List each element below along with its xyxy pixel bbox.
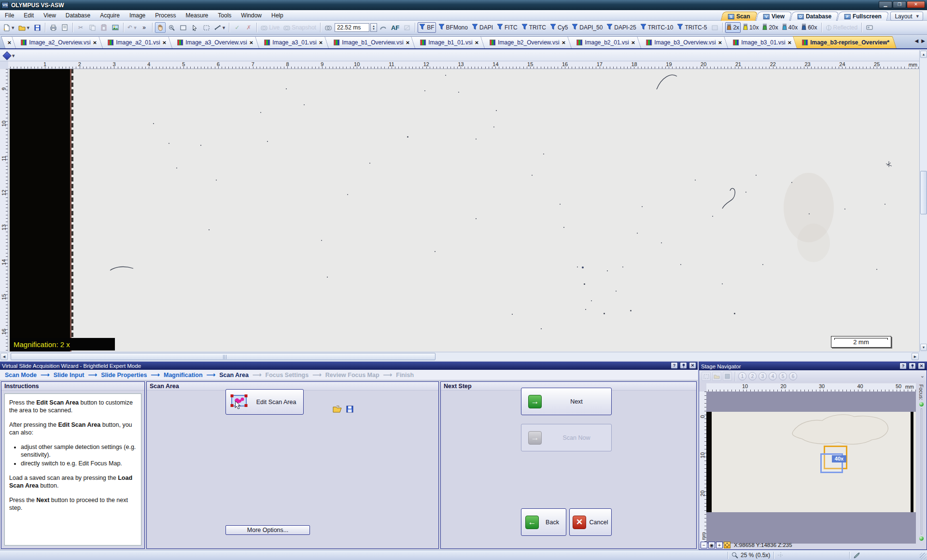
dropdown-caret-icon[interactable]: ▾	[27, 25, 30, 31]
channel-button-cy5[interactable]: Cy5	[548, 22, 569, 33]
document-tab[interactable]: Image_a3_Overview.vsi✕	[168, 36, 261, 48]
channel-button-bf[interactable]: BF	[418, 22, 435, 33]
channel-button-dapi_50[interactable]: DAPI_50	[570, 22, 604, 33]
dropdown-caret-icon[interactable]: ▾	[12, 25, 14, 31]
pin-icon[interactable]	[680, 362, 687, 369]
wizard-step-scan-mode[interactable]: Scan Mode	[5, 372, 37, 378]
document-tab[interactable]: Image_b2_Overview.vsi✕	[480, 36, 573, 48]
workspace-tab-view[interactable]: VView	[756, 12, 792, 21]
tab-scroll-right-icon[interactable]: ▶	[921, 38, 925, 43]
exposure-spinner[interactable]: ▲▼	[370, 23, 377, 32]
pipette-icon[interactable]	[853, 552, 860, 559]
save-positions-button[interactable]	[723, 372, 732, 381]
objective-button-2x[interactable]: 2x	[725, 22, 741, 33]
accept-button[interactable]: ✓	[232, 22, 242, 33]
select-region-button[interactable]	[702, 372, 711, 381]
close-icon[interactable]: ✕	[907, 1, 925, 8]
close-tab-icon[interactable]: ✕	[562, 40, 566, 45]
scan-now-button[interactable]: → Scan Now	[521, 424, 612, 451]
menu-view[interactable]: View	[39, 11, 61, 20]
insert-image-button[interactable]	[110, 22, 121, 33]
document-tab[interactable]: Image_b2_01.vsi✕	[567, 36, 643, 48]
print-button[interactable]	[48, 22, 58, 33]
stage-pan-button[interactable]	[724, 542, 730, 548]
stage-position-button-6[interactable]: 6	[789, 372, 797, 380]
print-preview-button[interactable]	[59, 22, 70, 33]
channel-button-tritc-5[interactable]: TRITC-5	[675, 22, 708, 33]
vertical-scroll-thumb[interactable]	[920, 171, 927, 214]
crosshair-icon[interactable]	[777, 552, 784, 559]
document-tab[interactable]: Image_b1_01.vsi✕	[411, 36, 486, 48]
objective-button-20x[interactable]: 20x	[761, 22, 779, 33]
rectangle-tool-button[interactable]	[178, 22, 189, 33]
focus-thumb-icon[interactable]	[919, 536, 924, 541]
close-tab-icon[interactable]: ✕	[93, 40, 97, 45]
channel-button-fitc[interactable]: FITC	[495, 22, 519, 33]
snapshot-button[interactable]: Snapshot	[282, 22, 318, 33]
stage-zoom-fit-button[interactable]: ◉	[708, 542, 715, 548]
save-button[interactable]	[32, 22, 42, 33]
close-tab-icon[interactable]: ✕	[406, 40, 409, 45]
copy-button[interactable]	[87, 22, 98, 33]
measure-tool-button[interactable]: ▾	[213, 22, 227, 33]
document-tab[interactable]: Image_b3_01.vsi✕	[724, 36, 799, 48]
load-positions-button[interactable]	[712, 372, 721, 381]
open-button[interactable]: ▾	[17, 22, 31, 33]
workspace-tab-scan[interactable]: SScan	[721, 12, 758, 21]
close-tab-icon[interactable]: ✕	[7, 40, 11, 45]
channel-settings-icon[interactable]	[709, 22, 720, 33]
menu-image[interactable]: Image	[125, 11, 150, 20]
menu-file[interactable]: File	[0, 11, 19, 20]
help-icon[interactable]: ?	[899, 363, 907, 369]
channel-button-dapi[interactable]: DAPI	[470, 22, 494, 33]
close-tab-icon[interactable]: ✕	[632, 40, 635, 45]
stage-zoom-out-button[interactable]: −	[701, 542, 707, 548]
scroll-right-icon[interactable]: ▶	[912, 353, 919, 360]
close-tab-icon[interactable]: ✕	[718, 40, 722, 45]
wizard-step-review-focus-map[interactable]: Review Focus Map	[325, 372, 379, 378]
resize-grip[interactable]	[920, 553, 927, 560]
pointer-tool-button[interactable]	[190, 22, 200, 33]
shape-tool-icon[interactable]	[2, 51, 11, 60]
stage-map[interactable]: 40x	[706, 392, 916, 544]
wizard-step-finish[interactable]: Finish	[396, 372, 414, 378]
close-panel-icon[interactable]: ✕	[918, 363, 925, 369]
document-tab[interactable]: Image_b3-reprise_Overview*	[793, 36, 897, 48]
close-tab-icon[interactable]: ✕	[250, 40, 253, 45]
layout-dropdown-button[interactable]: Layout▾	[890, 12, 923, 21]
channel-button-tritc[interactable]: TRITC	[520, 22, 548, 33]
dropdown-caret-icon[interactable]: ▾	[12, 53, 15, 59]
tab-scroll-left-icon[interactable]: ◀	[915, 38, 919, 43]
wizard-step-focus-settings[interactable]: Focus Settings	[266, 372, 309, 378]
help-icon[interactable]: ?	[671, 362, 678, 369]
wizard-step-slide-properties[interactable]: Slide Properties	[101, 372, 147, 378]
close-tab-icon[interactable]: ✕	[475, 40, 479, 45]
pin-icon[interactable]	[909, 363, 916, 369]
roi-select-button[interactable]	[201, 22, 212, 33]
undo-button[interactable]: ↶▾	[126, 22, 138, 33]
menu-tools[interactable]: Tools	[213, 11, 236, 20]
menu-edit[interactable]: Edit	[19, 11, 39, 20]
exposure-settings-icon[interactable]	[378, 22, 389, 33]
toolbar-overflow-button[interactable]: »	[139, 22, 150, 33]
close-tab-icon[interactable]: ✕	[163, 40, 167, 45]
cut-button[interactable]: ✂	[75, 22, 86, 33]
close-panel-icon[interactable]: ✕	[689, 362, 696, 369]
wizard-step-magnification[interactable]: Magnification	[164, 372, 203, 378]
horizontal-scroll-thumb[interactable]	[11, 353, 435, 360]
stage-zoom-in-button[interactable]: +	[716, 542, 723, 548]
document-tab[interactable]: Image_b3_Overview.vsi✕	[637, 36, 730, 48]
panel-options-caret-icon[interactable]: ⌄	[920, 373, 925, 379]
menu-process[interactable]: Process	[150, 11, 181, 20]
microscope-control-icon[interactable]	[864, 22, 875, 33]
wizard-step-scan-area[interactable]: Scan Area	[219, 372, 249, 378]
wizard-step-slide-input[interactable]: Slide Input	[54, 372, 84, 378]
menu-acquire[interactable]: Acquire	[95, 11, 125, 20]
stage-position-button-5[interactable]: 5	[779, 372, 787, 380]
save-scan-area-icon[interactable]	[346, 406, 353, 413]
document-tab[interactable]: Image_a2_Overview.vsi✕	[12, 36, 104, 48]
new-document-button[interactable]: ▾	[2, 22, 16, 33]
stage-position-button-2[interactable]: 2	[748, 372, 757, 380]
objective-button-10x[interactable]: 10x	[742, 22, 760, 33]
edit-scan-area-button[interactable]: Edit Scan Area	[225, 389, 304, 415]
